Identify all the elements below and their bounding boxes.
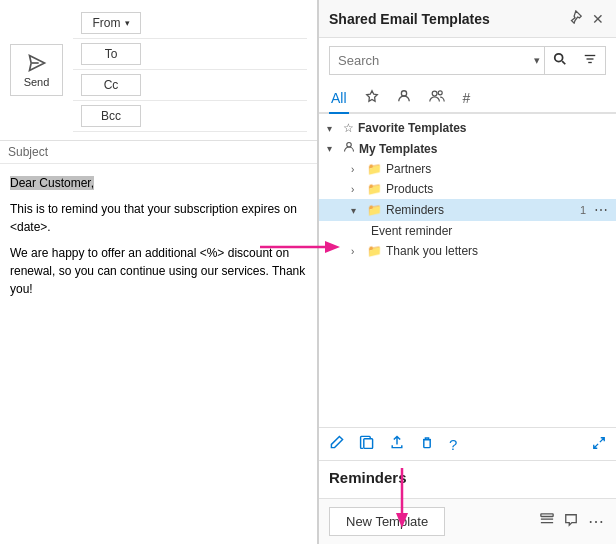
compose-toolbar: Send From ▾ To C	[0, 0, 317, 141]
to-input[interactable]	[149, 43, 299, 65]
my-templates-label: My Templates	[359, 142, 437, 156]
to-row: To	[73, 39, 307, 70]
svg-point-8	[432, 91, 437, 96]
tab-person[interactable]	[395, 83, 413, 114]
products-item[interactable]: › 📁 Products	[319, 179, 616, 199]
favorite-templates-header[interactable]: ▾ ☆ Favorite Templates	[319, 118, 616, 138]
partners-expand-icon: ›	[351, 164, 363, 175]
help-icon[interactable]: ?	[449, 436, 457, 453]
svg-rect-11	[364, 439, 373, 449]
partners-folder-icon: 📁	[367, 162, 382, 176]
favorite-expand-icon: ▾	[327, 123, 339, 134]
tabs-row: All #	[319, 83, 616, 114]
panel-header: Shared Email Templates ✕	[319, 0, 616, 38]
tab-favorites[interactable]	[363, 83, 381, 114]
bcc-button[interactable]: Bcc	[81, 105, 141, 127]
from-chevron: ▾	[125, 18, 130, 28]
panel-title: Shared Email Templates	[329, 11, 490, 27]
svg-point-7	[401, 91, 406, 96]
tab-hash[interactable]: #	[461, 84, 473, 114]
my-templates-person-icon	[343, 141, 355, 156]
search-bar: ▾	[329, 46, 606, 75]
svg-marker-6	[366, 91, 377, 102]
thank-you-item[interactable]: › 📁 Thank you letters	[319, 241, 616, 261]
search-dropdown-icon[interactable]: ▾	[530, 49, 544, 72]
reminders-item[interactable]: ▾ 📁 Reminders 1 ⋯	[319, 199, 616, 221]
reminders-label: Reminders	[386, 203, 444, 217]
panel-header-icons: ✕	[566, 8, 606, 29]
export-icon[interactable]	[389, 434, 405, 454]
email-compose-panel: Send From ▾ To C	[0, 0, 318, 544]
preview-area: Reminders	[319, 461, 616, 498]
favorite-templates-label: Favorite Templates	[358, 121, 466, 135]
bcc-row: Bcc	[73, 101, 307, 132]
reminders-folder-icon: 📁	[367, 203, 382, 217]
search-submit-icon[interactable]	[544, 47, 575, 74]
more-options-icon[interactable]: ⋯	[588, 512, 606, 531]
send-button[interactable]: Send	[10, 44, 63, 96]
svg-point-9	[438, 91, 442, 95]
body-line2: We are happy to offer an additional <%> …	[10, 244, 307, 298]
products-folder-icon: 📁	[367, 182, 382, 196]
svg-line-2	[562, 61, 565, 64]
partners-label: Partners	[386, 162, 431, 176]
bottom-bar: New Template ⋯	[319, 498, 616, 544]
event-reminder-label: Event reminder	[371, 224, 452, 238]
my-templates-expand-icon: ▾	[327, 143, 339, 154]
app-wrapper: Send From ▾ To C	[0, 0, 616, 544]
search-input[interactable]	[330, 48, 530, 73]
new-template-button[interactable]: New Template	[329, 507, 445, 536]
templates-panel: Shared Email Templates ✕ ▾	[318, 0, 616, 544]
products-expand-icon: ›	[351, 184, 363, 195]
cc-row: Cc	[73, 70, 307, 101]
thank-you-label: Thank you letters	[386, 244, 478, 258]
from-input[interactable]	[149, 12, 299, 34]
subject-row: Subject	[0, 141, 317, 164]
tree-area: ▾ ☆ Favorite Templates ▾ My Templates › …	[319, 114, 616, 427]
reminders-more-icon[interactable]: ⋯	[594, 202, 608, 218]
reminders-expand-icon: ▾	[351, 205, 363, 216]
close-icon[interactable]: ✕	[590, 9, 606, 29]
svg-rect-13	[541, 514, 553, 517]
svg-point-10	[347, 143, 352, 148]
event-reminder-item[interactable]: Event reminder	[319, 221, 616, 241]
my-templates-header[interactable]: ▾ My Templates	[319, 138, 616, 159]
body-line1: This is to remind you that your subscrip…	[10, 200, 307, 236]
send-label: Send	[24, 76, 50, 88]
copy-icon[interactable]	[359, 434, 375, 454]
body-greeting: Dear Customer,	[10, 176, 94, 190]
from-row: From ▾	[73, 8, 307, 39]
tag-icon[interactable]	[540, 513, 554, 530]
favorite-star-icon: ☆	[343, 121, 354, 135]
pin-icon[interactable]	[566, 8, 584, 29]
svg-point-1	[555, 54, 563, 62]
filter-icon[interactable]	[575, 47, 605, 74]
bottom-icons: ⋯	[540, 512, 606, 531]
cc-input[interactable]	[149, 74, 299, 96]
cc-button[interactable]: Cc	[81, 74, 141, 96]
email-body: Dear Customer, This is to remind you tha…	[0, 164, 317, 544]
chat-icon[interactable]	[564, 513, 578, 530]
tab-all[interactable]: All	[329, 84, 349, 114]
delete-icon[interactable]	[419, 434, 435, 454]
bcc-input[interactable]	[149, 105, 299, 127]
svg-rect-12	[424, 440, 430, 448]
thank-you-folder-icon: 📁	[367, 244, 382, 258]
subject-label: Subject	[8, 145, 48, 159]
from-button[interactable]: From ▾	[81, 12, 141, 34]
expand-panel-icon[interactable]	[592, 436, 606, 453]
subject-input[interactable]	[56, 145, 309, 159]
send-icon	[27, 53, 47, 73]
partners-item[interactable]: › 📁 Partners	[319, 159, 616, 179]
tab-group[interactable]	[427, 83, 447, 114]
thank-you-expand-icon: ›	[351, 246, 363, 257]
preview-title: Reminders	[329, 469, 606, 486]
reminders-count: 1	[580, 204, 586, 216]
fields-area: From ▾ To Cc	[73, 8, 307, 132]
edit-icon[interactable]	[329, 434, 345, 454]
products-label: Products	[386, 182, 433, 196]
action-toolbar: ?	[319, 427, 616, 461]
to-button[interactable]: To	[81, 43, 141, 65]
